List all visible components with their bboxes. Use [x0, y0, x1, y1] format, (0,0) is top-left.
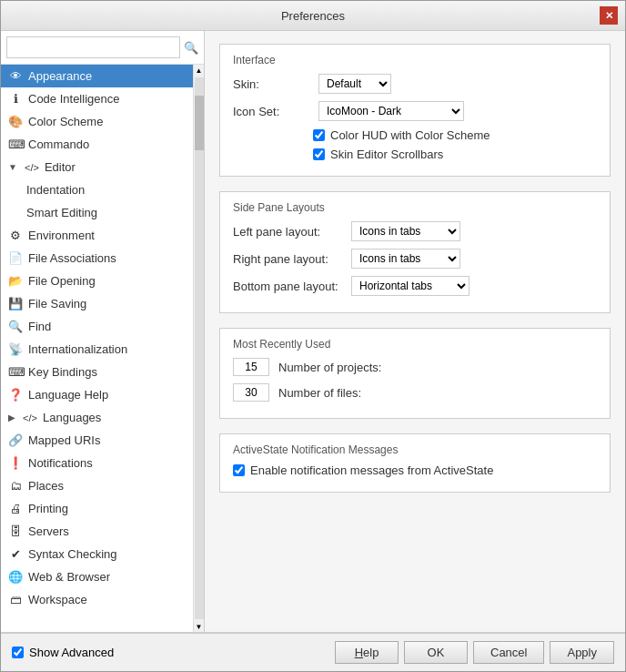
notifications-icon: ❗ [8, 456, 23, 470]
projects-label: Number of projects: [278, 361, 381, 374]
files-input[interactable] [233, 383, 269, 402]
help-button[interactable]: Help [335, 641, 399, 664]
mru-section: Most Recently Used Number of projects: N… [219, 328, 611, 419]
interface-title: Interface [233, 54, 597, 66]
bottom-pane-label: Bottom pane layout: [233, 280, 351, 293]
internationalization-icon: 📡 [8, 342, 23, 356]
color-scheme-icon: 🎨 [8, 115, 23, 128]
sidebar: 🔍 👁 Appearance ℹ Code Intelligence 🎨 [1, 31, 205, 632]
code-intelligence-icon: ℹ [8, 92, 23, 106]
scroll-thumb[interactable] [195, 96, 204, 150]
scroll-up-button[interactable]: ▲ [194, 65, 205, 76]
sidebar-item-notifications[interactable]: ❗ Notifications [1, 452, 193, 474]
editor-collapse-icon: ▼ [8, 162, 17, 172]
right-pane-label: Right pane layout: [233, 252, 351, 266]
key-bindings-icon: ⌨ [8, 365, 23, 379]
scroll-down-button[interactable]: ▼ [194, 621, 205, 632]
iconset-row: Icon Set: IcoMoon - Dark [233, 101, 597, 121]
languages-icon: </> [23, 412, 37, 423]
help-label-rest: elp [363, 646, 379, 659]
sidebar-item-code-intelligence[interactable]: ℹ Code Intelligence [1, 87, 193, 110]
sidebar-item-file-associations[interactable]: 📄 File Associations [1, 247, 193, 270]
activestate-title: ActiveState Notification Messages [233, 443, 597, 456]
projects-input[interactable] [233, 358, 269, 376]
bottom-pane-select[interactable]: Horizontal tabs Vertical tabs Icons in t… [351, 276, 470, 296]
commando-icon: ⌨ [8, 137, 23, 151]
show-advanced-checkbox[interactable] [12, 647, 24, 658]
cancel-button[interactable]: Cancel [473, 641, 544, 664]
skin-scrollbars-row: Skin Editor Scrollbars [313, 148, 597, 161]
sidebar-item-web-browser[interactable]: 🌐 Web & Browser [1, 565, 193, 588]
color-hud-row: Color HUD with Color Scheme [313, 128, 597, 142]
workspace-icon: 🗃 [8, 593, 23, 606]
skin-scrollbars-label: Skin Editor Scrollbars [330, 148, 443, 161]
left-pane-label: Left pane layout: [233, 225, 351, 239]
sidebar-scrollbar[interactable]: ▲ ▼ [193, 65, 204, 632]
main-panel: Interface Skin: Default Icon Set: IcoMoo… [205, 31, 625, 632]
right-pane-select[interactable]: Icons in tabs Horizontal tabs Vertical t… [351, 249, 460, 269]
mru-title: Most Recently Used [233, 338, 597, 351]
sidebar-item-indentation[interactable]: Indentation [1, 178, 193, 201]
help-underline: H [355, 646, 363, 659]
file-opening-icon: 📂 [8, 274, 23, 288]
sidebar-item-syntax-checking[interactable]: ✔ Syntax Checking [1, 543, 193, 565]
bottom-pane-row: Bottom pane layout: Horizontal tabs Vert… [233, 276, 597, 296]
left-pane-select[interactable]: Icons in tabs Horizontal tabs Vertical t… [351, 221, 460, 241]
sidebar-item-file-opening[interactable]: 📂 File Opening [1, 270, 193, 292]
printing-icon: 🖨 [8, 502, 23, 515]
show-advanced-container: Show Advanced [12, 646, 114, 659]
right-pane-row: Right pane layout: Icons in tabs Horizon… [233, 249, 597, 269]
sidebar-item-mapped-uris[interactable]: 🔗 Mapped URIs [1, 429, 193, 452]
enable-notifications-checkbox[interactable] [233, 464, 245, 476]
sidebar-item-workspace[interactable]: 🗃 Workspace [1, 588, 193, 611]
enable-notifications-label: Enable notification messages from Active… [250, 463, 493, 477]
sidebar-item-languages[interactable]: ▶ </> Languages [1, 406, 193, 429]
activestate-section: ActiveState Notification Messages Enable… [219, 433, 611, 493]
sidebar-item-environment[interactable]: ⚙ Environment [1, 224, 193, 247]
servers-icon: 🗄 [8, 524, 23, 538]
sidebar-item-smart-editing[interactable]: Smart Editing [1, 201, 193, 224]
sidebar-item-editor[interactable]: ▼ </> Editor [1, 156, 193, 178]
search-icon[interactable]: 🔍 [184, 41, 198, 55]
mapped-uris-icon: 🔗 [8, 433, 23, 447]
find-icon: 🔍 [8, 320, 23, 333]
iconset-label: Icon Set: [233, 105, 313, 118]
projects-row: Number of projects: [233, 358, 597, 376]
sidebar-item-internationalization[interactable]: 📡 Internationalization [1, 338, 193, 361]
sidebar-item-file-saving[interactable]: 💾 File Saving [1, 292, 193, 315]
files-row: Number of files: [233, 383, 597, 402]
sidebar-item-key-bindings[interactable]: ⌨ Key Bindings [1, 361, 193, 383]
skin-select[interactable]: Default [318, 74, 391, 94]
side-pane-title: Side Pane Layouts [233, 201, 597, 214]
interface-section: Interface Skin: Default Icon Set: IcoMoo… [219, 44, 611, 177]
sidebar-item-printing[interactable]: 🖨 Printing [1, 497, 193, 520]
enable-notifications-row: Enable notification messages from Active… [233, 463, 597, 477]
sidebar-list: 👁 Appearance ℹ Code Intelligence 🎨 Color… [1, 65, 193, 632]
appearance-icon: 👁 [8, 69, 23, 83]
file-associations-icon: 📄 [8, 251, 23, 265]
sidebar-item-commando[interactable]: ⌨ Commando [1, 133, 193, 156]
window-title: Preferences [26, 9, 600, 23]
close-button[interactable]: ✕ [600, 6, 618, 25]
sidebar-item-find[interactable]: 🔍 Find [1, 315, 193, 338]
ok-button[interactable]: OK [404, 641, 468, 664]
web-browser-icon: 🌐 [8, 570, 23, 584]
sidebar-item-color-scheme[interactable]: 🎨 Color Scheme [1, 110, 193, 133]
languages-collapse-icon: ▶ [8, 412, 15, 423]
skin-label: Skin: [233, 77, 313, 91]
apply-button[interactable]: Apply [550, 641, 614, 664]
sidebar-item-appearance[interactable]: 👁 Appearance [1, 65, 193, 87]
color-hud-checkbox[interactable] [313, 129, 325, 141]
search-input[interactable] [6, 36, 180, 58]
sidebar-item-places[interactable]: 🗂 Places [1, 474, 193, 497]
show-advanced-label: Show Advanced [29, 646, 114, 659]
scroll-track [195, 77, 204, 619]
environment-icon: ⚙ [8, 229, 23, 242]
sidebar-item-servers[interactable]: 🗄 Servers [1, 520, 193, 543]
skin-scrollbars-checkbox[interactable] [313, 148, 325, 160]
iconset-select[interactable]: IcoMoon - Dark [318, 101, 464, 121]
skin-row: Skin: Default [233, 74, 597, 94]
editor-icon: </> [25, 162, 39, 173]
syntax-checking-icon: ✔ [8, 547, 23, 561]
sidebar-item-language-help[interactable]: ❓ Language Help [1, 383, 193, 406]
